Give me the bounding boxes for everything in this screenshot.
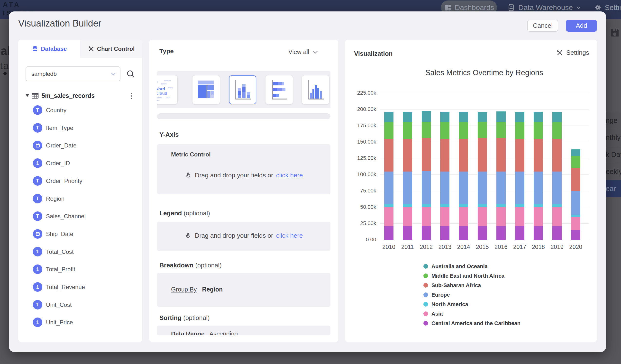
caret-down-icon[interactable] (26, 94, 29, 97)
database-icon (32, 46, 38, 52)
bg-menu-item[interactable]: nthly (605, 129, 621, 146)
field-label: Region (46, 195, 65, 202)
chart-type-word-cloud[interactable]: nessAnalyticsskylanemoneyWordCloud[cloud… (157, 75, 177, 104)
field-label: Country (46, 107, 67, 114)
field-item-sales_channel[interactable]: TSales_Channel (18, 211, 142, 221)
legend-label: Sub-Saharan Africa (431, 282, 481, 289)
legend-label: Europe (431, 292, 450, 298)
bg-menu-item[interactable]: eekly (605, 163, 621, 180)
search-icon[interactable] (126, 69, 135, 79)
view-all-dropdown[interactable]: View all (288, 48, 318, 55)
bar-segment (459, 207, 468, 226)
bar-segment (384, 172, 394, 204)
legend-label: Middle East and North Africa (431, 273, 504, 279)
chart-title: Sales Metrics Overtime by Regions (380, 68, 589, 77)
bar-segment (496, 207, 506, 226)
chart-settings-button[interactable]: Settings (556, 49, 589, 56)
field-item-order_id[interactable]: 1Order_ID (18, 158, 142, 168)
x-axis-tick-label: 2017 (510, 243, 530, 250)
database-icon (507, 3, 515, 12)
bar-segment (384, 204, 394, 207)
bar-segment (552, 207, 562, 226)
x-axis-tick-label: 2013 (435, 243, 455, 250)
bar-segment (422, 171, 431, 205)
sorting-title-text: Sorting (159, 314, 182, 321)
field-item-item_type[interactable]: TItem_Type (18, 123, 142, 133)
kebab-menu-icon[interactable] (128, 92, 134, 100)
field-type-number-icon: 1 (33, 317, 42, 327)
bar-segment (403, 112, 412, 122)
bar-segment (459, 172, 468, 204)
group-by-label[interactable]: Group By (171, 286, 197, 293)
sorting-card[interactable]: Data Range Ascending (157, 326, 330, 335)
chevron-down-icon (313, 50, 318, 54)
y-axis-tick-label: 175.00k (349, 122, 376, 129)
legend-section-title: Legend (optional) (159, 209, 210, 217)
bg-menu-item[interactable]: k Date (605, 146, 621, 163)
bar-segment (403, 207, 412, 226)
bar-segment (496, 226, 506, 240)
view-all-label: View all (288, 48, 309, 55)
horizontal-scrollbar[interactable] (157, 113, 330, 119)
field-item-order_date[interactable]: Order_Date (18, 141, 142, 150)
bar-segment (478, 138, 487, 172)
field-item-order_priority[interactable]: TOrder_Priority (18, 176, 142, 186)
bar-segment (496, 138, 506, 172)
legend-item: Middle East and North Africa (423, 271, 520, 280)
field-item-total_profit[interactable]: 1Total_Profit (18, 264, 142, 274)
x-axis-tick-label: 2020 (566, 243, 586, 250)
field-item-unit_price[interactable]: 1Unit_Price (18, 317, 142, 327)
bg-dropdown-menu: ngenthlyk Dateeeklyear (605, 112, 621, 197)
svg-text:[cloud]: [cloud] (157, 97, 162, 99)
x-axis-tick-label: 2015 (473, 243, 492, 250)
bg-page-text-fragment: ta (0, 60, 9, 71)
field-item-region[interactable]: TRegion (18, 194, 142, 204)
field-type-date-icon (33, 141, 42, 150)
legend-color-dot (423, 293, 428, 297)
type-section-title: Type (159, 48, 174, 55)
chart-type-stacked-column[interactable] (229, 75, 256, 104)
bar-segment (403, 172, 412, 204)
bar-segment (422, 204, 431, 207)
y-axis-tick-label: 50.00k (349, 204, 376, 210)
bg-menu-item[interactable]: ear (605, 180, 621, 197)
database-select[interactable]: sampledb (26, 67, 121, 81)
chart-type-histogram[interactable] (302, 75, 329, 104)
table-tree-header[interactable]: 5m_sales_records (18, 91, 142, 101)
chart-type-stacked-bar[interactable] (265, 75, 293, 104)
bar-segment (515, 139, 524, 172)
y-axis-tick-label: 125.00k (349, 155, 376, 161)
sorting-optional-text: (optional) (183, 314, 209, 321)
add-button[interactable]: Add (566, 20, 597, 32)
field-item-country[interactable]: TCountry (18, 105, 142, 115)
breakdown-title-text: Breakdown (159, 261, 193, 269)
cancel-button[interactable]: Cancel (527, 20, 558, 32)
field-item-unit_cost[interactable]: 1Unit_Cost (18, 300, 142, 310)
bar-segment (552, 204, 562, 207)
click-here-link[interactable]: click here (276, 172, 303, 179)
bar-segment (515, 172, 524, 204)
chart-type-treemap[interactable] (192, 75, 220, 104)
field-item-ship_date[interactable]: Ship_Date (18, 229, 142, 239)
field-type-number-icon: 1 (33, 158, 42, 168)
tab-chart-control[interactable]: Chart Control (80, 40, 142, 58)
legend-color-dot (423, 274, 428, 278)
bar-segment (552, 172, 562, 204)
bar-segment (534, 172, 543, 204)
field-item-total_revenue[interactable]: 1Total_Revenue (18, 282, 142, 292)
legend-dropzone[interactable]: Drag and drop your fields or click here (157, 222, 330, 251)
field-label: Sales_Channel (46, 213, 86, 220)
click-here-link[interactable]: click here (276, 232, 303, 240)
gear-icon (593, 3, 602, 12)
field-item-total_cost[interactable]: 1Total_Cost (18, 247, 142, 257)
tools-icon (88, 46, 94, 52)
metric-control-dropzone[interactable]: Metric Control Drag and drop your fields… (157, 144, 330, 194)
bar-segment (515, 204, 524, 207)
save-floppy-icon[interactable] (609, 27, 621, 38)
tab-database[interactable]: Database (18, 40, 80, 58)
bar-segment (534, 139, 543, 172)
legend-color-dot (423, 302, 428, 307)
bar-segment (459, 112, 468, 122)
breakdown-card[interactable]: Group By Region (157, 273, 330, 307)
bg-menu-item[interactable]: nge (605, 112, 621, 129)
